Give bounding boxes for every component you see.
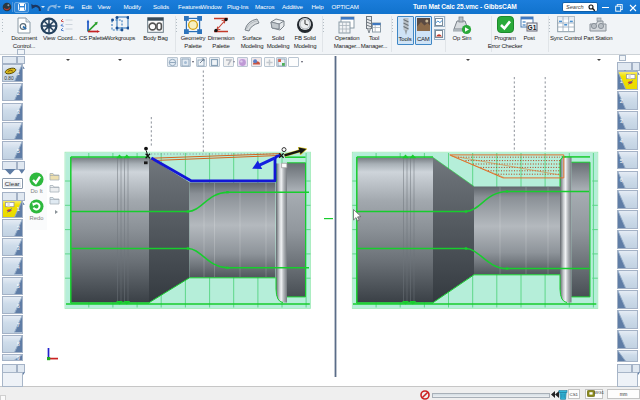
svg-text:G1: G1 <box>528 24 537 31</box>
